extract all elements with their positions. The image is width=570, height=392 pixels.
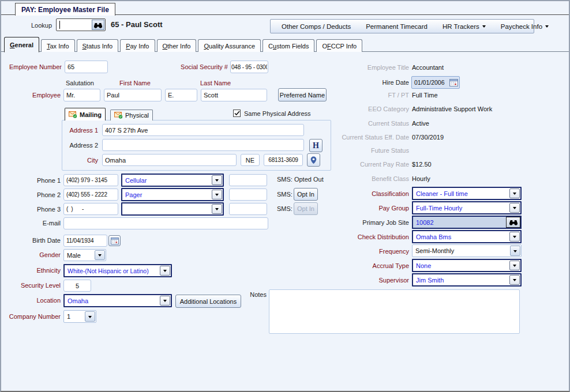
envelope-check-icon — [114, 112, 123, 119]
dropdown-arrow-icon[interactable] — [510, 246, 520, 256]
company-number-dropdown[interactable]: 1 — [63, 310, 96, 323]
benefit-class-label: Benefit Class — [324, 175, 409, 182]
lookup-input[interactable] — [56, 18, 106, 31]
employee-number-input[interactable] — [65, 61, 108, 73]
ethnicity-dropdown[interactable]: White-(Not Hispanic or Latino) — [63, 264, 172, 277]
lookup-search-button[interactable] — [92, 20, 104, 30]
phone2-type-dropdown[interactable]: Pager — [121, 188, 224, 201]
current-status-eff-date-value: 07/30/2019 — [412, 134, 444, 141]
tab-quality-assurance[interactable]: Quality Assurance — [198, 39, 261, 52]
tab-other-info[interactable]: Other Info — [157, 39, 197, 52]
check-distribution-label: Check Distribution — [324, 233, 409, 240]
pay-group-dropdown[interactable]: Full-Time Hourly — [412, 201, 522, 214]
phone1-number-input[interactable] — [63, 174, 118, 186]
window-title: PAY: Employee Master File — [21, 6, 109, 14]
middle-initial-input[interactable] — [165, 89, 197, 101]
hire-date-field[interactable]: 01/01/2006 — [411, 76, 460, 89]
phone2-sms-opt-in-button[interactable]: Opt In — [294, 188, 318, 201]
dropdown-arrow-icon[interactable] — [160, 266, 170, 276]
calendar-icon — [111, 237, 119, 244]
dropdown-arrow-icon[interactable] — [509, 275, 520, 285]
dropdown-arrow-icon[interactable] — [85, 311, 95, 322]
phone2-sms-label: SMS: — [277, 191, 292, 198]
location-dropdown[interactable]: Omaha — [63, 294, 172, 307]
dropdown-arrow-icon[interactable] — [212, 175, 222, 185]
security-level-input[interactable] — [63, 280, 91, 292]
tab-status-info[interactable]: Status Info — [77, 39, 119, 52]
accrual-type-dropdown[interactable]: None — [412, 259, 522, 272]
supervisor-label: Supervisor — [324, 277, 409, 284]
email-input[interactable] — [63, 217, 268, 229]
tab-pay-info[interactable]: Pay Info — [120, 39, 155, 52]
state-input[interactable] — [241, 154, 260, 166]
map-pin-icon — [310, 156, 317, 164]
phone2-ext-input[interactable] — [229, 189, 267, 201]
accrual-type-label: Accrual Type — [324, 262, 409, 269]
gender-dropdown[interactable]: Male — [63, 249, 106, 261]
dropdown-arrow-icon[interactable] — [509, 189, 520, 198]
dropdown-arrow-icon[interactable] — [509, 232, 520, 242]
address-tab-physical[interactable]: Physical — [110, 110, 153, 120]
primary-job-site-search-button[interactable] — [506, 217, 520, 228]
gender-label: Gender — [1, 251, 61, 258]
tab-custom-fields[interactable]: Custom Fields — [262, 39, 314, 52]
dropdown-arrow-icon[interactable] — [212, 204, 222, 214]
permanent-timecard-button[interactable]: Permanent Timecard — [358, 23, 435, 30]
dropdown-arrow-icon[interactable] — [95, 250, 105, 260]
city-input[interactable] — [102, 154, 237, 166]
address-history-button[interactable]: H — [309, 139, 322, 152]
notes-textarea[interactable] — [269, 289, 520, 334]
phone3-number-input[interactable] — [63, 203, 118, 215]
address-tab-mailing[interactable]: Mailing — [65, 108, 106, 120]
tab-tax-info[interactable]: Tax Info — [41, 39, 75, 52]
same-physical-address-checkbox[interactable] — [233, 110, 241, 117]
phone2-number-input[interactable] — [63, 189, 118, 201]
phone1-ext-input[interactable] — [229, 174, 267, 186]
paycheck-info-menu-button[interactable]: Paycheck Info — [493, 23, 556, 30]
calendar-icon[interactable] — [449, 78, 458, 86]
zip-input[interactable] — [264, 154, 303, 166]
dropdown-arrow-icon[interactable] — [509, 203, 520, 213]
supervisor-dropdown[interactable]: Jim Smith — [412, 273, 522, 287]
ssn-label: Social Security # — [166, 63, 228, 70]
frequency-label: Frequency — [324, 248, 409, 255]
envelope-check-icon — [69, 111, 77, 118]
employee-master-file-window: PAY: Employee Master File Lookup 65 - Pa… — [0, 0, 570, 392]
address2-input[interactable] — [102, 139, 304, 151]
preferred-name-button[interactable]: Preferred Name — [278, 88, 327, 101]
dropdown-arrow-icon[interactable] — [160, 296, 170, 306]
dropdown-arrow-icon[interactable] — [212, 190, 222, 199]
ethnicity-label: Ethnicity — [1, 267, 61, 274]
current-pay-rate-label: Current Pay Rate — [324, 161, 409, 168]
text-caret — [59, 21, 60, 29]
tab-ofccp-info[interactable]: OFCCP Info — [316, 39, 362, 52]
phone1-type-dropdown[interactable]: Cellular — [121, 174, 224, 187]
primary-job-site-field[interactable]: 10082 — [412, 216, 522, 229]
additional-locations-button[interactable]: Additional Locations — [175, 295, 241, 308]
future-status-label: Future Status — [324, 147, 409, 154]
birth-date-input[interactable] — [63, 235, 107, 247]
address1-input[interactable] — [102, 124, 304, 136]
first-name-input[interactable] — [104, 89, 162, 101]
address-map-button[interactable] — [307, 153, 320, 167]
hr-trackers-menu-button[interactable]: HR Trackers — [435, 23, 493, 30]
ssn-input[interactable] — [230, 61, 268, 73]
phone3-sms-opt-in-button-disabled: Opt In — [294, 202, 318, 215]
employee-title-value: Accountant — [412, 64, 444, 71]
salutation-header: Salutation — [66, 80, 94, 86]
phone3-type-dropdown[interactable] — [121, 202, 224, 216]
window-title-tab: PAY: Employee Master File — [15, 3, 115, 16]
frequency-dropdown[interactable]: Semi-Monthly — [412, 244, 522, 257]
check-distribution-dropdown[interactable]: Omaha Bms — [412, 230, 522, 243]
location-label: Location — [1, 297, 61, 304]
birth-date-calendar-button[interactable] — [108, 235, 121, 246]
last-name-input[interactable] — [201, 89, 267, 101]
salutation-input[interactable] — [63, 89, 100, 101]
classification-dropdown[interactable]: Cleaner - Full time — [412, 187, 522, 200]
phone3-ext-input[interactable] — [229, 203, 267, 215]
security-level-label: Security Level — [1, 282, 61, 289]
other-comps-deducts-button[interactable]: Other Comps / Deducts — [274, 23, 358, 30]
tab-general[interactable]: General — [4, 37, 39, 52]
dropdown-arrow-icon[interactable] — [509, 261, 520, 270]
city-label: City — [36, 157, 98, 164]
